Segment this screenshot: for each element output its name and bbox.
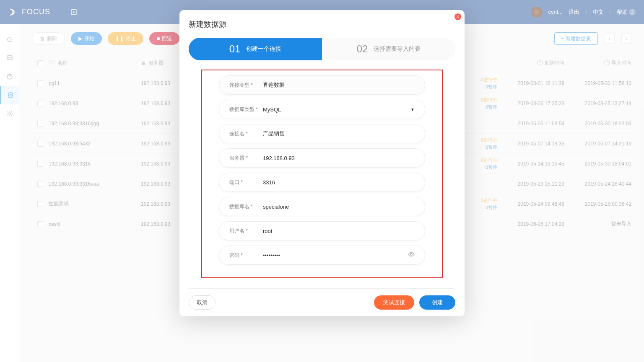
connection-name-input[interactable]	[263, 131, 415, 137]
modal-steps: 01 创建一个连接 02 选择需要导入的表	[189, 38, 455, 60]
port-field[interactable]: 端口 *	[219, 173, 425, 192]
db-type-value: MySQL	[263, 106, 415, 113]
svg-point-6	[410, 253, 412, 255]
server-field[interactable]: 服务器 *	[219, 148, 425, 168]
username-field[interactable]: 用户名 *	[219, 221, 425, 240]
cancel-button[interactable]: 取消	[189, 295, 216, 310]
modal-overlay: ✕ 新建数据源 01 创建一个连接 02 选择需要导入的表 连接类型 * 直连数…	[0, 0, 644, 362]
new-datasource-modal: ✕ 新建数据源 01 创建一个连接 02 选择需要导入的表 连接类型 * 直连数…	[179, 10, 465, 316]
test-connection-button[interactable]: 测试连接	[374, 295, 414, 310]
step-2[interactable]: 02 选择需要导入的表	[322, 38, 455, 60]
create-button[interactable]: 创建	[419, 295, 455, 310]
username-input[interactable]	[263, 228, 415, 234]
form-highlight-box: 连接类型 * 直连数据 数据库类型 * MySQL ▼ 连接名 * 服务器 * …	[201, 70, 443, 278]
modal-footer: 取消 测试连接 创建	[189, 288, 455, 316]
dbname-input[interactable]	[263, 204, 415, 210]
password-field[interactable]: 密码 *	[219, 246, 425, 265]
connection-name-field[interactable]: 连接名 *	[219, 124, 425, 143]
server-input[interactable]	[263, 155, 415, 161]
step-1[interactable]: 01 创建一个连接	[189, 38, 322, 60]
password-input[interactable]	[263, 252, 408, 259]
modal-close-button[interactable]: ✕	[454, 13, 461, 20]
eye-icon[interactable]	[408, 251, 415, 259]
connection-type-value: 直连数据	[263, 81, 415, 89]
port-input[interactable]	[263, 179, 415, 186]
connection-type-field[interactable]: 连接类型 * 直连数据	[219, 75, 425, 95]
modal-title: 新建数据源	[189, 19, 455, 29]
db-type-field[interactable]: 数据库类型 * MySQL ▼	[219, 100, 425, 119]
dbname-field[interactable]: 数据库名 *	[219, 197, 425, 216]
